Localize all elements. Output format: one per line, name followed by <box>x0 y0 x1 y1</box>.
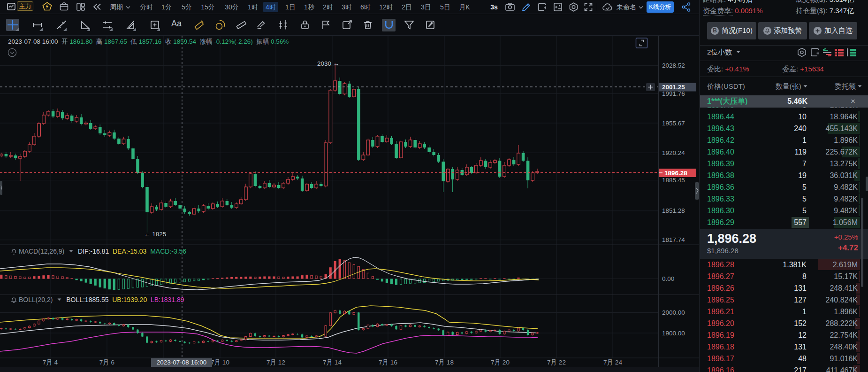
svg-text:2000.00: 2000.00 <box>662 309 685 316</box>
svg-text:7月 4: 7月 4 <box>43 359 58 366</box>
svg-text:1851.28: 1851.28 <box>662 207 685 214</box>
svg-text:7月 14: 7月 14 <box>323 359 342 366</box>
svg-text:1817.74: 1817.74 <box>662 236 685 243</box>
svg-text:2028.52: 2028.52 <box>662 62 685 69</box>
svg-text:2001.25: 2001.25 <box>662 84 685 91</box>
svg-text:1955.67: 1955.67 <box>662 120 685 127</box>
svg-text:1885.45: 1885.45 <box>662 177 685 184</box>
svg-text:1900.00: 1900.00 <box>662 330 685 337</box>
svg-text:7月 10: 7月 10 <box>211 359 229 366</box>
svg-text:7月 22: 7月 22 <box>547 359 566 366</box>
svg-text:7月 16: 7月 16 <box>379 359 397 366</box>
svg-text:7月 24: 7月 24 <box>603 359 622 366</box>
svg-text:2030 →: 2030 → <box>317 60 339 67</box>
svg-text:0.00: 0.00 <box>662 275 674 282</box>
svg-text:1896.28: 1896.28 <box>664 170 687 177</box>
svg-text:1920.24: 1920.24 <box>662 149 685 156</box>
svg-text:← 1825: ← 1825 <box>144 231 166 238</box>
svg-text:7月 18: 7月 18 <box>435 359 454 366</box>
svg-text:7月 20: 7月 20 <box>491 359 510 366</box>
svg-text:2023-07-08 16:00: 2023-07-08 16:00 <box>157 359 207 366</box>
svg-text:7月 6: 7月 6 <box>99 359 114 366</box>
svg-text:7月 12: 7月 12 <box>266 359 285 366</box>
